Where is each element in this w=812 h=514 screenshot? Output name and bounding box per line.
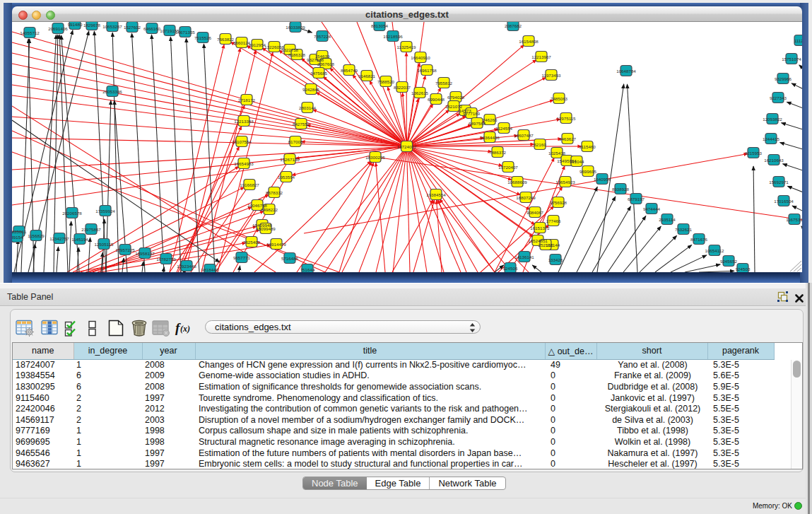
svg-text:8215953: 8215953 [745, 151, 763, 156]
svg-text:17957225: 17957225 [115, 247, 135, 252]
svg-text:835061: 835061 [12, 229, 27, 234]
svg-text:8498222: 8498222 [261, 207, 278, 212]
svg-text:6497568: 6497568 [469, 121, 486, 126]
svg-text:751644: 751644 [300, 267, 315, 272]
svg-text:39154: 39154 [12, 235, 23, 240]
svg-text:11124: 11124 [794, 38, 802, 43]
svg-text:16151372: 16151372 [530, 226, 550, 230]
svg-text:14136141: 14136141 [514, 255, 534, 259]
svg-text:7515526: 7515526 [194, 35, 212, 40]
svg-text:2803144: 2803144 [299, 105, 317, 110]
svg-text:7588520: 7588520 [377, 79, 395, 84]
svg-text:12923448: 12923448 [177, 264, 196, 269]
svg-text:12213363: 12213363 [234, 119, 254, 124]
svg-text:8813054: 8813054 [371, 23, 389, 28]
svg-text:3124554: 3124554 [495, 126, 513, 131]
svg-text:8471676: 8471676 [690, 237, 708, 242]
svg-text:8678332: 8678332 [266, 190, 283, 195]
svg-text:10958137: 10958137 [135, 251, 155, 256]
svg-text:10648784: 10648784 [616, 69, 636, 74]
svg-text:5322758: 5322758 [281, 47, 299, 52]
svg-text:19166827: 19166827 [240, 182, 259, 187]
svg-text:7357224: 7357224 [314, 34, 331, 39]
svg-text:9227343: 9227343 [770, 95, 787, 100]
svg-text:10653267: 10653267 [102, 24, 122, 29]
svg-text:9084067: 9084067 [526, 210, 544, 215]
svg-text:7663822: 7663822 [217, 37, 235, 42]
svg-text:9242845: 9242845 [302, 87, 320, 92]
svg-text:10688609: 10688609 [507, 180, 527, 185]
svg-text:6879197: 6879197 [628, 197, 645, 201]
svg-text:16154808: 16154808 [519, 39, 539, 44]
svg-text:7886372: 7886372 [489, 150, 507, 155]
svg-text:16961758: 16961758 [417, 68, 437, 73]
svg-text:8186328: 8186328 [288, 52, 306, 57]
svg-text:9699695: 9699695 [579, 169, 597, 174]
svg-text:133426: 133426 [548, 257, 563, 262]
svg-text:1156829: 1156829 [28, 233, 45, 238]
svg-text:252166: 252166 [539, 243, 553, 247]
svg-text:6990448: 6990448 [428, 97, 445, 102]
svg-text:1362615: 1362615 [411, 90, 429, 95]
svg-text:19384554: 19384554 [426, 192, 446, 197]
svg-text:12342757: 12342757 [49, 236, 69, 241]
svg-text:12213967: 12213967 [531, 54, 551, 59]
svg-text:9777169: 9777169 [463, 111, 481, 116]
svg-text:1145194: 1145194 [71, 237, 88, 242]
svg-text:14055712: 14055712 [20, 30, 40, 35]
svg-text:9329966: 9329966 [775, 76, 792, 81]
svg-text:20691406: 20691406 [48, 26, 68, 31]
svg-text:924506: 924506 [503, 266, 518, 271]
svg-text:2367608: 2367608 [317, 62, 335, 66]
svg-text:9474444: 9474444 [643, 206, 661, 211]
svg-text:(x): (x) [180, 324, 190, 334]
svg-text:6794028: 6794028 [447, 95, 465, 100]
svg-text:18807249: 18807249 [516, 195, 536, 200]
svg-text:19654983: 19654983 [234, 161, 254, 166]
svg-text:2935114: 2935114 [659, 217, 676, 222]
svg-text:11973493: 11973493 [541, 73, 561, 78]
svg-text:8322037: 8322037 [394, 85, 411, 90]
svg-text:7625402: 7625402 [243, 240, 261, 245]
svg-text:9756928: 9756928 [550, 200, 567, 205]
svg-text:16033809: 16033809 [286, 25, 305, 30]
svg-text:9463627: 9463627 [559, 136, 577, 141]
svg-text:20206578: 20206578 [62, 211, 82, 216]
svg-text:16914479: 16914479 [266, 242, 286, 247]
svg-text:9245652: 9245652 [720, 259, 738, 264]
svg-text:17016504: 17016504 [774, 199, 794, 204]
svg-text:1527602: 1527602 [124, 25, 141, 30]
svg-text:991480: 991480 [68, 22, 83, 27]
svg-text:62160: 62160 [534, 142, 546, 147]
svg-text:1025438: 1025438 [548, 151, 566, 156]
svg-text:2718172: 2718172 [238, 98, 256, 103]
svg-text:19218596: 19218596 [383, 34, 403, 39]
svg-text:9818440: 9818440 [201, 267, 219, 272]
svg-text:9115460: 9115460 [579, 144, 596, 149]
svg-text:12093822: 12093822 [763, 117, 782, 122]
svg-text:7485063: 7485063 [551, 96, 568, 101]
svg-text:1167533: 1167533 [786, 217, 802, 222]
svg-text:16782759: 16782759 [156, 257, 176, 262]
svg-text:961044: 961044 [570, 159, 584, 164]
svg-text:5716485: 5716485 [281, 256, 299, 261]
svg-text:10607487: 10607487 [514, 133, 534, 138]
svg-text:23975867: 23975867 [81, 227, 101, 232]
svg-text:16640910: 16640910 [411, 55, 430, 60]
svg-text:12975115: 12975115 [556, 116, 576, 121]
svg-text:15267130: 15267130 [280, 157, 300, 162]
svg-text:9657771: 9657771 [233, 255, 251, 260]
svg-text:1829678: 1829678 [83, 23, 101, 28]
svg-text:15099489: 15099489 [256, 226, 276, 231]
svg-text:15751074: 15751074 [782, 57, 801, 62]
svg-text:6466160: 6466160 [143, 26, 161, 31]
svg-text:8660124: 8660124 [233, 40, 251, 45]
svg-text:16107554: 16107554 [232, 139, 252, 144]
svg-text:15692971: 15692971 [769, 180, 789, 185]
svg-text:9146821: 9146821 [358, 74, 376, 78]
svg-text:10654112: 10654112 [705, 248, 724, 253]
svg-text:20364436: 20364436 [480, 135, 500, 140]
svg-text:8454749: 8454749 [341, 68, 358, 73]
svg-text:18724007: 18724007 [397, 144, 417, 149]
svg-text:2087682: 2087682 [505, 23, 522, 28]
